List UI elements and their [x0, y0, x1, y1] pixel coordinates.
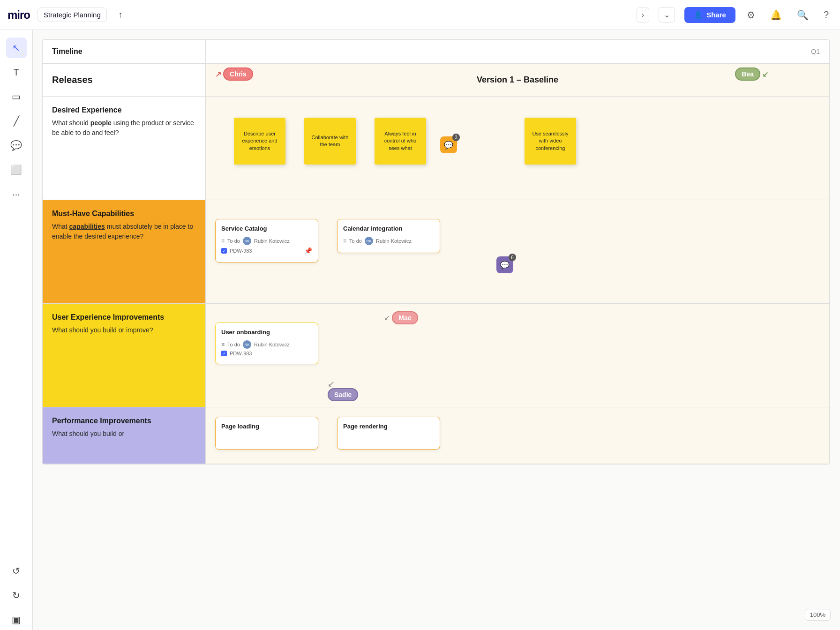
card-title-page-rendering: Page rendering — [343, 423, 434, 430]
pin-icon: 📌 — [304, 247, 312, 255]
avatar-calendar: RK — [365, 237, 373, 245]
cursor-bea: Bea ↙ — [735, 68, 768, 81]
timeline-label: Timeline — [43, 40, 206, 63]
bubble-sadie: Sadie — [328, 388, 358, 401]
performance-left: Performance Improvements What should you… — [43, 407, 206, 464]
sticky-describe[interactable]: Describe user experience and emotions — [234, 118, 285, 165]
checkbox-onboarding — [221, 351, 227, 356]
desired-experience-desc: What should people using the product or … — [52, 118, 196, 138]
bubble-chris: Chris — [223, 68, 253, 81]
sticky-control[interactable]: Always feel in control of who sees what — [375, 118, 426, 165]
ux-desc: What should you build or improve? — [52, 325, 196, 335]
ux-improvements-row: User Experience Improvements What should… — [43, 304, 829, 407]
avatar-service: RK — [243, 237, 251, 245]
topbar: miro Strategic Planning ↑ › ⌄ 👤 Share ⚙ … — [0, 0, 840, 30]
comment-icon-2[interactable]: 💬 6 — [496, 256, 513, 273]
desired-experience-left: Desired Experience What should people us… — [43, 97, 206, 200]
card-user-onboarding[interactable]: User onboarding ≡ To do RK Rubin Kotowic… — [215, 322, 318, 364]
card-status-onboarding: To do — [227, 342, 240, 347]
cursor-sadie-arrow: ↙ — [328, 379, 335, 389]
logo: miro — [8, 8, 30, 22]
cursor-arrow-chris: ↗ — [215, 70, 221, 79]
redo-button[interactable]: ↻ — [6, 585, 27, 606]
card-status-row-onboarding: ≡ To do RK Rubin Kotowicz — [221, 340, 312, 349]
tool-comment[interactable]: 💬 — [6, 135, 27, 156]
card-title-service: Service Catalog — [221, 225, 312, 232]
tool-cursor[interactable]: ↖ — [6, 38, 27, 58]
lines-icon: ≡ — [221, 238, 225, 244]
cursor-chris: ↗ Chris — [215, 68, 253, 81]
performance-right: Page loading Page rendering — [206, 407, 829, 464]
share-icon: 👤 — [694, 11, 703, 19]
assignee-calendar: Rubin Kotowicz — [376, 238, 412, 244]
cursor-arrow-bea: ↙ — [762, 70, 768, 79]
card-title-page-loading: Page loading — [221, 423, 312, 430]
cursor-arrow-sadie: ↙ — [328, 379, 335, 389]
share-button[interactable]: 👤 Share — [684, 7, 735, 23]
desired-experience-row: Desired Experience What should people us… — [43, 97, 829, 200]
ticket-onboarding: PDW-983 — [230, 351, 252, 356]
zoom-indicator: 100% — [805, 609, 831, 621]
card-service-catalog[interactable]: Service Catalog ≡ To do RK Rubin Kotowic… — [215, 219, 318, 262]
card-ticket-row-service: PDW-983 📌 — [221, 247, 312, 255]
notifications-button[interactable]: 🔔 — [766, 7, 786, 23]
bubble-bea: Bea — [735, 68, 760, 81]
tool-line[interactable]: ╱ — [6, 111, 27, 131]
undo-button[interactable]: ↺ — [6, 561, 27, 581]
card-page-rendering[interactable]: Page rendering — [337, 417, 440, 450]
sticky-collaborate[interactable]: Collaborate with the team — [304, 118, 356, 165]
share-label: Share — [706, 11, 726, 19]
settings-button[interactable]: ⚙ — [743, 7, 759, 23]
pages-button[interactable]: ▣ — [6, 609, 27, 630]
releases-label: Releases — [43, 64, 206, 96]
tool-sticky[interactable]: ▭ — [6, 86, 27, 107]
upload-button[interactable]: ↑ — [114, 8, 127, 22]
sticky-video[interactable]: Use seamlessly with video conferencing — [525, 118, 576, 165]
tool-text[interactable]: T — [6, 62, 27, 82]
releases-row: Releases Version 1 – Baseline ↗ Chris Be… — [43, 64, 829, 97]
lines-icon-2: ≡ — [343, 238, 346, 244]
version-text: Version 1 – Baseline — [477, 75, 558, 85]
card-page-loading[interactable]: Page loading — [215, 417, 318, 450]
cursor-sadie: Sadie — [328, 390, 358, 399]
performance-desc: What should you build or — [52, 429, 196, 439]
must-have-left: Must-Have Capabilities What capabilities… — [43, 200, 206, 303]
nav-forward-button[interactable]: › — [637, 8, 649, 22]
card-ticket-row-onboarding: PDW-983 — [221, 351, 312, 356]
cursor-mae: ↙ Mae — [384, 313, 418, 322]
q1-label: Q1 — [206, 40, 829, 63]
comment-icon-1[interactable]: 💬 3 — [440, 136, 457, 153]
assignee-service: Rubin Kotowicz — [254, 238, 290, 244]
search-button[interactable]: 🔍 — [793, 7, 812, 23]
comment-icon2-symbol: 💬 — [500, 261, 510, 270]
bubble-mae: Mae — [392, 311, 418, 324]
ticket-service: PDW-983 — [230, 248, 252, 254]
card-title-onboarding: User onboarding — [221, 329, 312, 336]
card-title-calendar: Calendar integration — [343, 225, 434, 232]
card-status-service: To do — [227, 238, 240, 244]
must-have-desc: What capabilities must absolutely be in … — [52, 222, 196, 241]
card-status-row-service: ≡ To do RK Rubin Kotowicz — [221, 237, 312, 245]
ux-right: User onboarding ≡ To do RK Rubin Kotowic… — [206, 304, 829, 407]
board: Timeline Q1 Releases Version 1 – Baselin… — [42, 39, 830, 465]
card-calendar[interactable]: Calendar integration ≡ To do RK Rubin Ko… — [337, 219, 440, 253]
must-have-title: Must-Have Capabilities — [52, 210, 196, 218]
performance-row: Performance Improvements What should you… — [43, 407, 829, 464]
board-title[interactable]: Strategic Planning — [38, 8, 107, 22]
avatar-onboarding: RK — [243, 340, 251, 349]
canvas: Timeline Q1 Releases Version 1 – Baselin… — [33, 30, 840, 630]
checkbox-service — [221, 248, 227, 254]
assignee-onboarding: Rubin Kotowicz — [254, 342, 290, 347]
comment-badge-2: 6 — [509, 254, 516, 261]
version-label: Version 1 – Baseline ↗ Chris Bea ↙ — [206, 64, 829, 96]
nav-dropdown-button[interactable]: ⌄ — [659, 7, 675, 22]
performance-title: Performance Improvements — [52, 417, 196, 425]
tool-more[interactable]: ··· — [6, 184, 27, 204]
sidebar: ↖ T ▭ ╱ 💬 ⬜ ··· ↺ ↻ ▣ — [0, 30, 33, 630]
must-have-row: Must-Have Capabilities What capabilities… — [43, 200, 829, 304]
ux-left: User Experience Improvements What should… — [43, 304, 206, 407]
must-have-right: Service Catalog ≡ To do RK Rubin Kotowic… — [206, 200, 829, 303]
tool-frame[interactable]: ⬜ — [6, 159, 27, 180]
ux-title: User Experience Improvements — [52, 313, 196, 322]
help-button[interactable]: ? — [820, 7, 832, 23]
